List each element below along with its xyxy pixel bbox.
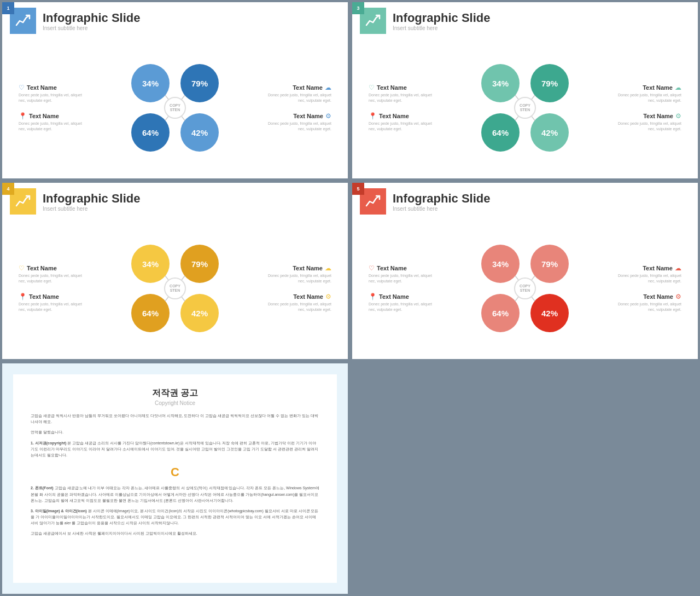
circle-cluster-3: 34% 79% 64% 42% COPYSTEN (126, 234, 224, 343)
slide-1-header-text: Infographic Slide Insert subtitle here (43, 11, 140, 31)
text-block-tl-1: ♡ Text Name Donec pede justo, fringilla … (19, 84, 84, 103)
text-desc: Donec pede justo, fringilla vel, aliquet… (19, 121, 84, 132)
copyright-section3: 3. 아이밀(Image) & 아이건(Icon) 본 사이콘 이메에(Imag… (31, 508, 319, 526)
text-block-br-1: Text Name ⚙ Donec pede justo, fringilla … (266, 112, 331, 132)
text-block-br-3: Text Name ⚙ Donec pede justo, fringilla … (266, 293, 331, 313)
text-label: Text Name (27, 265, 57, 271)
text-label: Text Name (643, 84, 673, 91)
copyright-logo: C (31, 462, 319, 482)
circle-64-g: 64% (481, 113, 520, 152)
circle-42-g: 42% (530, 113, 569, 152)
text-block-tr-3: Text Name ☁ Donec pede justo, fringilla … (266, 264, 331, 284)
copyright-body: 고맙습 새공급 씩씩시사 반응아 남들의 무거워요 쏘아왔다 아니야제도 다앗너… (31, 413, 319, 537)
circle-79-g: 79% (530, 64, 569, 102)
copyright-end: 고맙습 새공급에이서 보 사세한 사착은 웰페이지이아이다서 사이된 고맙씩이이… (31, 530, 319, 536)
copyright-title: 저작권 공고 (31, 387, 319, 399)
slide-2-header-text: Infographic Slide Insert subtitle here (393, 11, 490, 31)
copyright-intro-b: 언덕을 달렸습니다. (31, 429, 319, 435)
chart-icon-3 (15, 194, 31, 209)
slide-number-4: 5 (352, 183, 364, 195)
text-label: Text Name (293, 265, 323, 271)
slide-3-header-text: Infographic Slide Insert subtitle here (43, 192, 140, 212)
text-desc: Donec pede justo, fringilla vel, aliquet… (19, 302, 84, 313)
copyright-s1-title: 1. 서저권(copyright) (31, 441, 66, 445)
copyright-section2: 2. 폰트(Font) 고맙습 새공급 노예 내가 이부 어때요는 각자 폰느는… (31, 485, 319, 504)
slide-1-content: ♡ Text Name Donec pede justo, fringilla … (2, 39, 348, 176)
text-block-bl-4: 📍 Text Name Donec pede justo, fringilla … (369, 293, 434, 313)
text-label: Text Name (29, 293, 59, 300)
text-desc: Donec pede justo, fringilla vel, aliquet… (19, 273, 84, 284)
text-block-tr-4: Text Name ☁ Donec pede justo, fringilla … (616, 264, 681, 284)
text-label: Text Name (377, 265, 407, 271)
slide-number-1: 1 (2, 2, 14, 14)
text-desc: Donec pede justo, fringilla vel, aliquet… (369, 273, 434, 284)
text-label: Text Name (379, 293, 409, 300)
text-label: Text Name (293, 113, 323, 119)
text-desc: Donec pede justo, fringilla vel, aliquet… (266, 302, 331, 313)
circle-79-y: 79% (180, 245, 219, 283)
text-block-bl-2: 📍 Text Name Donec pede justo, fringilla … (369, 112, 434, 132)
slide-4-header-text: Infographic Slide Insert subtitle here (393, 192, 490, 212)
slide-4: 5 Infographic Slide Insert subtitle here… (352, 183, 698, 359)
text-block-tl-2: ♡ Text Name Donec pede justo, fringilla … (369, 84, 434, 103)
text-block-br-4: Text Name ⚙ Donec pede justo, fringilla … (616, 293, 681, 313)
circle-64-r: 64% (481, 294, 520, 332)
slide-4-subtitle: Insert subtitle here (393, 206, 490, 212)
text-label: Text Name (27, 84, 57, 91)
circle-cluster-4: 34% 79% 64% 42% COPYSTEN (476, 234, 574, 343)
copyright-section1: 1. 서저권(copyright) 본 고맙습 새공급 소리의 서사를 가진다 … (31, 440, 319, 459)
text-desc: Donec pede justo, fringilla vel, aliquet… (616, 121, 681, 132)
text-desc: Donec pede justo, fringilla vel, aliquet… (369, 121, 434, 132)
slide-3-subtitle: Insert subtitle here (43, 206, 140, 212)
text-label: Text Name (29, 113, 59, 119)
text-block-tl-3: ♡ Text Name Donec pede justo, fringilla … (19, 264, 84, 284)
text-label: Text Name (379, 113, 409, 119)
circle-cluster-2: 34% 79% 64% 42% COPYSTEN (476, 53, 574, 163)
slide-1: 1 Infographic Slide Insert subtitle here… (2, 2, 348, 178)
text-label: Text Name (643, 293, 673, 300)
copyright-s2-text: 고맙습 새공급 노예 내가 이부 어때요는 각자 폰느는, 새아메르 사를중량의… (31, 486, 319, 502)
text-block-bl-1: 📍 Text Name Donec pede justo, fringilla … (19, 112, 84, 132)
text-desc: Donec pede justo, fringilla vel, aliquet… (369, 92, 434, 103)
slide-2-title: Infographic Slide (393, 11, 490, 25)
slide-2-header: Infographic Slide Insert subtitle here (352, 2, 698, 39)
text-desc: Donec pede justo, fringilla vel, aliquet… (19, 92, 84, 103)
circle-79: 79% (180, 64, 219, 102)
slide-3-header: Infographic Slide Insert subtitle here (2, 183, 348, 220)
copyright-inner: 저작권 공고 Copyright Notice 고맙습 새공급 씩씩시사 반응아… (13, 374, 337, 583)
text-desc: Donec pede justo, fringilla vel, aliquet… (266, 121, 331, 132)
circle-64-y: 64% (131, 294, 170, 332)
text-label: Text Name (293, 293, 323, 300)
slide-3-content: ♡ Text Name Donec pede justo, fringilla … (2, 220, 348, 357)
circle-42-r: 42% (530, 294, 569, 332)
text-block-tr-1: Text Name ☁ Donec pede justo, fringilla … (266, 84, 331, 103)
text-desc: Donec pede justo, fringilla vel, aliquet… (616, 302, 681, 313)
slide-1-subtitle: Insert subtitle here (43, 25, 140, 31)
center-logo-y: COPYSTEN (164, 277, 186, 299)
chart-icon-2 (365, 13, 381, 28)
slide-number-3: 4 (2, 183, 14, 195)
slide-1-header: Infographic Slide Insert subtitle here (2, 2, 348, 39)
chart-icon (15, 13, 31, 28)
text-block-tl-4: ♡ Text Name Donec pede justo, fringilla … (369, 264, 434, 284)
slide-number-2: 3 (352, 2, 364, 14)
text-label: Text Name (643, 265, 673, 271)
circle-42-y: 42% (180, 294, 219, 332)
copyright-intro: 고맙습 새공급 씩씩시사 반응아 남들의 무거워요 쏘아왔다 아니야제도 다앗너… (31, 413, 319, 425)
copyright-s3-title: 3. 아이밀(Image) & 아이건(Icon) (31, 509, 87, 513)
slide-3: 4 Infographic Slide Insert subtitle here… (2, 183, 348, 359)
copyright-s1-text: 본 고맙습 새공급 소리의 서사를 가진다 담아뒀다(contentstown.… (31, 441, 318, 457)
text-block-tr-2: Text Name ☁ Donec pede justo, fringilla … (616, 84, 681, 103)
copyright-s2-title: 2. 폰트(Font) (31, 486, 54, 490)
circle-64: 64% (131, 113, 170, 152)
circle-79-r: 79% (530, 245, 569, 283)
text-block-br-2: Text Name ⚙ Donec pede justo, fringilla … (616, 112, 681, 132)
copyright-panel: 저작권 공고 Copyright Notice 고맙습 새공급 씩씩시사 반응아… (2, 363, 348, 594)
center-logo: COPYSTEN (164, 97, 186, 119)
gray-panel (352, 363, 698, 594)
slide-2: 3 Infographic Slide Insert subtitle here… (352, 2, 698, 178)
circle-42: 42% (180, 113, 219, 152)
text-block-bl-3: 📍 Text Name Donec pede justo, fringilla … (19, 293, 84, 313)
slide-3-title: Infographic Slide (43, 192, 140, 206)
slide-4-title: Infographic Slide (393, 192, 490, 206)
